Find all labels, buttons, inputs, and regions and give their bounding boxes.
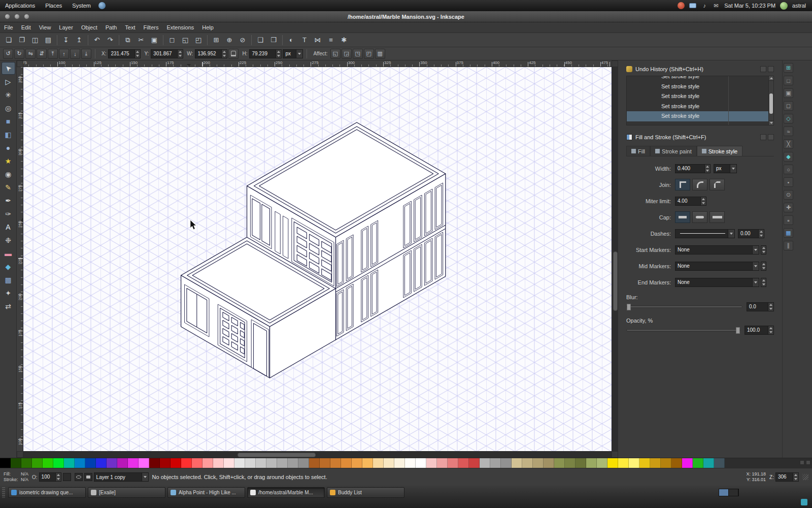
palette-swatch[interactable] [11,458,21,468]
fill-stroke-header[interactable]: Fill and Stroke (Shift+Ctrl+F) [626,133,774,142]
palette-scroll-left-button[interactable] [800,460,804,465]
eraser-tool[interactable]: ▬ [2,247,15,260]
window-close-button[interactable] [5,14,10,19]
zoom-spinbox[interactable]: 306 [775,472,799,482]
palette-swatch[interactable] [576,458,586,468]
print-document-button[interactable]: ▤ [42,34,54,46]
palette-swatch[interactable] [405,458,416,468]
y-position-spinbox[interactable]: 301.867 [151,49,183,58]
snap-object-centers-button[interactable]: ⊙ [784,190,793,200]
flip-horizontal-button[interactable]: ⇋ [25,49,36,59]
align-dialog-button[interactable]: ≡ [325,34,337,46]
palette-swatch[interactable] [490,458,501,468]
window-minimize-button[interactable] [14,14,20,19]
palette-swatch[interactable] [448,458,458,468]
palette-swatch[interactable] [714,458,725,468]
open-document-button[interactable]: ❐ [16,34,28,46]
undo-history-item[interactable]: Set stroke style [627,111,773,121]
cap-square-button[interactable] [709,211,725,223]
palette-swatch[interactable] [639,458,650,468]
menu-path[interactable]: Path [101,22,121,33]
menu-extensions[interactable]: Extensions [162,22,198,33]
node-tool[interactable]: ▷ [2,75,15,88]
ellipse-tool[interactable]: ● [2,141,15,154]
undo-panel-close-button[interactable] [768,66,774,72]
redo-button[interactable]: ↷ [104,34,116,46]
height-spinbox[interactable]: 79.239 [249,49,282,58]
import-button[interactable]: ↧ [60,34,72,46]
star-tool[interactable]: ★ [2,154,15,167]
menu-filters[interactable]: Filters [140,22,163,33]
stroke-width-spinbox[interactable]: 0.400 [675,164,710,173]
undo-scroll-down-button[interactable] [769,120,773,125]
tab-fill[interactable]: Fill [626,146,650,156]
xml-editor-button[interactable]: ⋈ [312,34,324,46]
undo-history-item[interactable]: Set stroke style [627,82,773,92]
raise-button[interactable]: ↑ [59,49,69,59]
palette-swatch[interactable] [21,458,32,468]
blur-slider[interactable] [626,306,742,308]
palette-swatch[interactable] [597,458,607,468]
snap-bbox-corners-button[interactable]: ◻ [784,101,793,111]
blend-mode-button[interactable] [63,473,71,481]
palette-swatch[interactable] [96,458,107,468]
text-dialog-button[interactable]: T [298,34,311,46]
selector-tool[interactable]: ➤ [2,62,15,75]
calligraphy-tool[interactable]: ✑ [2,207,15,220]
palette-swatch[interactable] [544,458,554,468]
palette-swatch[interactable] [330,458,341,468]
palette-swatch[interactable] [586,458,597,468]
palette-swatch[interactable] [43,458,53,468]
fill-stroke-indicator[interactable]: Fill:N/A Stroke:N/A [4,471,28,483]
rotate-90-cw-button[interactable]: ↻ [14,49,24,59]
username[interactable]: astral [792,3,806,9]
snap-paths-button[interactable]: ≈ [784,126,793,136]
raise-to-top-button[interactable]: ⤒ [48,49,58,59]
end-marker-stepper[interactable] [761,278,766,287]
palette-swatch[interactable] [671,458,682,468]
blur-spinbox[interactable]: 0.0 [747,302,774,311]
palette-swatch[interactable] [352,458,362,468]
snap-nodes-button[interactable]: ◇ [784,114,793,123]
palette-swatch[interactable] [234,458,245,468]
text-tool[interactable]: A [2,220,15,233]
menu-text[interactable]: Text [121,22,139,33]
panel-drag-handle[interactable] [2,487,5,498]
palette-swatch[interactable] [501,458,512,468]
palette-swatch[interactable] [171,458,181,468]
clock[interactable]: Sat Mar 5, 10:23 PM [724,3,775,9]
connector-tool[interactable]: ⇄ [2,300,15,312]
affect-gradients-button[interactable]: ◰ [364,49,374,59]
affect-corners-button[interactable]: ◳ [353,49,363,59]
create-clone-button[interactable]: ⊕ [223,34,235,46]
x-position-spinbox[interactable]: 231.475 [108,49,141,58]
ruler-left[interactable]: 350325300275250225200175150125100 [17,67,23,451]
palette-swatch[interactable] [192,458,202,468]
palette-swatch[interactable] [181,458,192,468]
palette-swatch[interactable] [107,458,117,468]
volume-icon[interactable]: ♪ [701,2,708,9]
tab-stroke-paint[interactable]: Stroke paint [650,146,697,156]
start-marker-stepper[interactable] [761,245,766,255]
palette-swatch[interactable] [149,458,160,468]
dash-pattern-dropdown[interactable] [675,229,735,238]
palette-swatch[interactable] [245,458,256,468]
taskbar-window-button[interactable]: [Exaile] [88,487,165,498]
bucket-tool[interactable]: ◆ [2,260,15,273]
zoom-tool[interactable]: ◎ [2,102,15,114]
snap-bbox-edges-button[interactable]: ▣ [784,88,793,98]
palette-swatch[interactable] [85,458,96,468]
palette-swatch[interactable] [458,458,469,468]
affect-patterns-button[interactable]: ▥ [375,49,385,59]
palette-swatch[interactable] [53,458,64,468]
snap-smooth-nodes-button[interactable]: ○ [784,165,793,174]
top-menu-places[interactable]: Places [40,0,67,11]
undo-history-item[interactable]: Set stroke style [627,91,773,102]
palette-swatch[interactable] [437,458,448,468]
palette-swatch[interactable] [480,458,490,468]
palette-swatch[interactable] [607,458,618,468]
fill-stroke-dialog-button[interactable]: ◐ [285,34,297,46]
menu-layer[interactable]: Layer [55,22,77,33]
rotate-90-ccw-button[interactable]: ↺ [3,49,13,59]
top-menu-system[interactable]: System [67,0,96,11]
